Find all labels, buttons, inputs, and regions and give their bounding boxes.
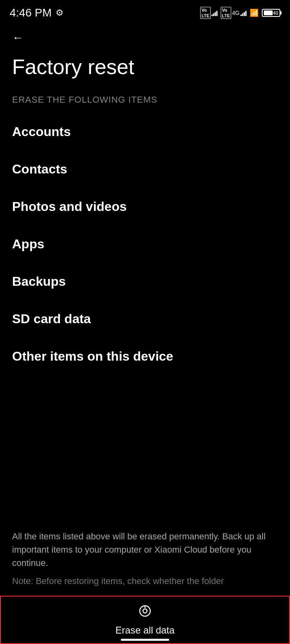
- erase-item-contacts: Contacts: [0, 151, 290, 188]
- battery-tip: [280, 11, 282, 14]
- status-icons: VoLTE VoLTE 4G 📶 61: [200, 7, 280, 19]
- note-main-text: All the items listed above will be erase…: [12, 530, 278, 570]
- signal-bars-2: [240, 10, 246, 16]
- signal-bar: [240, 14, 242, 16]
- erase-all-data-button[interactable]: Erase all data: [0, 596, 290, 644]
- home-indicator: [121, 639, 169, 641]
- wifi-icon: 📶: [250, 8, 259, 17]
- signal-bar: [213, 13, 214, 16]
- bottom-note: All the items listed above will be erase…: [0, 522, 290, 596]
- erase-button-icon: [138, 604, 152, 621]
- svg-point-1: [143, 609, 147, 613]
- volte-badge-2: VoLTE: [221, 7, 231, 19]
- erase-item-label: SD card data: [12, 312, 91, 326]
- back-button[interactable]: ←: [0, 24, 290, 47]
- erase-item-label: Contacts: [12, 162, 67, 176]
- battery-level: 61: [273, 10, 278, 15]
- signal-bars-1: [211, 10, 218, 16]
- battery-indicator: 61: [262, 9, 280, 17]
- note-secondary-text: Note: Before restoring items, check whet…: [12, 574, 278, 588]
- signal-bar: [211, 14, 213, 16]
- erase-item-label: Other items on this device: [12, 349, 173, 363]
- back-arrow-icon: ←: [12, 31, 23, 44]
- volte-badge-1: VoLTE: [200, 7, 211, 19]
- erase-item-accounts: Accounts: [0, 113, 290, 151]
- time-display: 4:46 PM: [10, 6, 52, 19]
- erase-button-label: Erase all data: [116, 625, 175, 636]
- page-title: Factory reset: [0, 47, 290, 91]
- erase-item-label: Accounts: [12, 124, 71, 139]
- erase-item-label: Apps: [12, 237, 44, 251]
- erase-item-backups: Backups: [0, 263, 290, 300]
- signal-bar: [242, 13, 243, 16]
- gear-icon: ⚙: [56, 8, 64, 18]
- signal-bar: [215, 12, 216, 16]
- signal-block-1: VoLTE: [200, 7, 218, 19]
- battery-fill: [264, 10, 273, 15]
- status-time-container: 4:46 PM ⚙: [10, 6, 64, 19]
- signal-bar: [245, 11, 246, 16]
- erase-items-list: Accounts Contacts Photos and videos Apps…: [0, 113, 290, 375]
- section-header: ERASE THE FOLLOWING ITEMS: [0, 91, 290, 113]
- erase-item-label: Photos and videos: [12, 199, 126, 214]
- signal-bar: [244, 12, 245, 16]
- erase-item-apps: Apps: [0, 225, 290, 263]
- signal-bar: [216, 11, 218, 16]
- signal-block-2: VoLTE 4G: [221, 7, 246, 19]
- erase-item-photos: Photos and videos: [0, 188, 290, 225]
- erase-item-sdcard: SD card data: [0, 300, 290, 338]
- erase-item-label: Backups: [12, 274, 66, 289]
- status-bar: 4:46 PM ⚙ VoLTE VoLTE 4G 📶: [0, 0, 290, 24]
- network-type: 4G: [232, 10, 240, 16]
- erase-item-other: Other items on this device: [0, 338, 290, 375]
